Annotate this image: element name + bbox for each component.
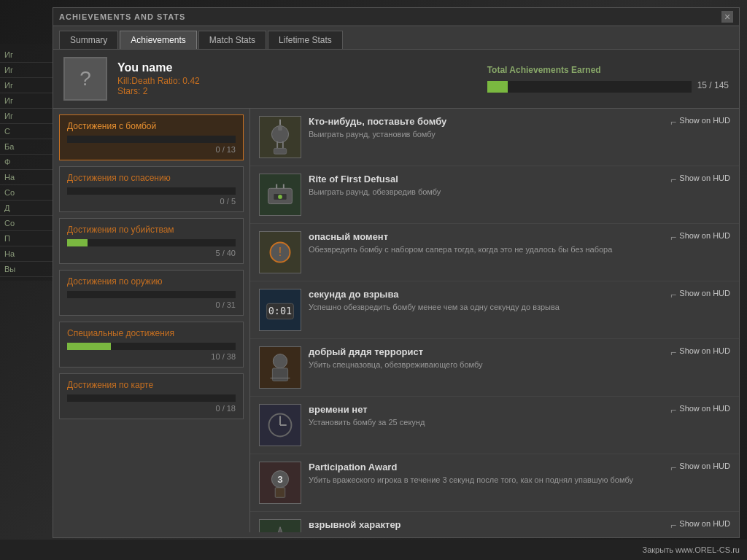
side-menu-item[interactable]: На: [0, 246, 53, 262]
show-on-hud-button[interactable]: ⌐ Show on HUD: [670, 346, 730, 358]
category-progress: 0 / 31: [67, 300, 236, 309]
achievement-info: Rite of First Defusal Выиграть раунд, об…: [309, 174, 663, 198]
side-menu: Иг Иг Иг Иг Иг С Ба Ф На Со Д Со П На Вы: [0, 44, 53, 281]
side-menu-item[interactable]: П: [0, 231, 53, 246]
side-menu-item[interactable]: Со: [0, 185, 53, 201]
category-progress: 10 / 38: [67, 352, 236, 361]
achievement-desc: Обезвредить бомбу с набором сапера тогда…: [309, 244, 663, 255]
achievement-info: времени нет Установить бомбу за 25 секун…: [309, 404, 663, 428]
achievement-thumb: C4: [259, 519, 301, 532]
achievements-progress-bar: [487, 81, 692, 93]
achievement-title: опасный момент: [309, 231, 663, 242]
category-weapons[interactable]: Достижения по оружию 0 / 31: [59, 270, 244, 316]
category-name: Специальные достижения: [67, 328, 236, 338]
category-bomb[interactable]: Достижения с бомбой 0 / 13: [59, 114, 244, 160]
category-bar: [67, 136, 236, 143]
category-progress: 5 / 40: [67, 249, 236, 257]
achievement-thumb: [259, 116, 301, 158]
show-on-hud-button[interactable]: ⌐ Show on HUD: [670, 289, 730, 300]
achievement-no-time: времени нет Установить бомбу за 25 секун…: [250, 397, 739, 454]
side-menu-item[interactable]: Иг: [0, 109, 53, 124]
category-bar: [67, 394, 236, 402]
achievement-thumb: [259, 346, 301, 389]
category-progress: 0 / 5: [67, 197, 236, 206]
achievement-title: добрый дядя террорист: [309, 346, 663, 357]
achievement-participation: 3 Participation Award Убить вражеского и…: [250, 454, 739, 512]
category-rescue[interactable]: Достижения по спасению 0 / 5: [59, 166, 244, 212]
side-menu-item[interactable]: С: [0, 124, 53, 139]
title-bar: ACHIEVEMENTS AND STATS ×: [53, 8, 739, 26]
profile-info: You name Kill:Death Ratio: 0.42 Stars: 2: [117, 61, 477, 96]
show-on-hud-button[interactable]: ⌐ Show on HUD: [670, 116, 730, 128]
tab-match-stats[interactable]: Match Stats: [198, 31, 266, 49]
category-special[interactable]: Специальные достижения 10 / 38: [59, 322, 244, 368]
category-name: Достижения по карте: [67, 380, 236, 390]
achievement-desc: Выиграть раунд, установив бомбу: [309, 129, 663, 140]
category-kills[interactable]: Достижения по убийствам 5 / 40: [59, 218, 244, 264]
category-name: Достижения по оружию: [67, 276, 236, 287]
achievements-label: Total Achievements Earned: [487, 65, 729, 75]
category-progress: 0 / 13: [67, 145, 236, 154]
achievements-count: 15 / 145: [697, 79, 729, 91]
main-window: ACHIEVEMENTS AND STATS × Summary Achieve…: [53, 7, 740, 538]
achievement-title: Participation Award: [309, 462, 663, 472]
achievement-dangerous-moment: ! опасный момент Обезвредить бомбу с наб…: [250, 224, 739, 281]
achievement-thumb: !: [259, 231, 301, 273]
achievement-desc: Убить спецназовца, обезвреживающего бомб…: [309, 359, 663, 370]
achievement-info: добрый дядя террорист Убить спецназовца,…: [309, 346, 663, 370]
achievement-title: времени нет: [309, 404, 663, 415]
achievement-info: секунда до взрыва Успешно обезвредить бо…: [309, 289, 663, 313]
achievement-last-second: 0:01 секунда до взрыва Успешно обезвреди…: [250, 281, 739, 339]
category-progress: 0 / 18: [67, 404, 236, 413]
tab-lifetime-stats[interactable]: Lifetime Stats: [268, 31, 343, 49]
achievement-thumb: [259, 404, 301, 446]
achievements-list[interactable]: Кто-нибудь, поставьте бомбу Выиграть рау…: [250, 109, 739, 532]
achievement-thumb: [259, 174, 301, 216]
svg-rect-2: [278, 125, 282, 131]
side-menu-item[interactable]: На: [0, 170, 53, 185]
tab-summary[interactable]: Summary: [59, 31, 118, 49]
achievement-info: опасный момент Обезвредить бомбу с набор…: [309, 231, 663, 255]
achievement-good-terrorist: добрый дядя террорист Убить спецназовца,…: [250, 339, 739, 397]
profile-stars: Stars: 2: [117, 86, 477, 96]
achievement-info: Кто-нибудь, поставьте бомбу Выиграть рау…: [309, 116, 663, 140]
side-menu-item[interactable]: Д: [0, 201, 53, 216]
achievement-first-defusal: Rite of First Defusal Выиграть раунд, об…: [250, 166, 739, 224]
svg-text:3: 3: [277, 474, 283, 485]
achievement-title: секунда до взрыва: [309, 289, 663, 300]
category-bar: [67, 187, 236, 195]
side-menu-item[interactable]: Иг: [0, 63, 53, 78]
show-on-hud-button[interactable]: ⌐ Show on HUD: [670, 462, 730, 473]
achievement-info: взрывной характер Убить 5 игроков взрыво…: [309, 519, 663, 532]
avatar-symbol: ?: [80, 67, 91, 90]
category-name: Достижения по спасению: [67, 173, 236, 183]
side-menu-item[interactable]: Иг: [0, 47, 53, 63]
tab-achievements[interactable]: Achievements: [120, 31, 196, 49]
show-on-hud-button[interactable]: ⌐ Show on HUD: [670, 174, 730, 185]
close-button[interactable]: ×: [721, 11, 733, 23]
svg-point-12: [278, 195, 282, 199]
content-area: Достижения с бомбой 0 / 13 Достижения по…: [53, 109, 739, 532]
show-on-hud-button[interactable]: ⌐ Show on HUD: [670, 231, 730, 243]
achievement-title: взрывной характер: [309, 519, 663, 530]
categories-panel: Достижения с бомбой 0 / 13 Достижения по…: [53, 109, 250, 532]
achievement-desc: Установить бомбу за 25 секунд: [309, 417, 663, 428]
achievement-thumb: 0:01: [259, 289, 301, 331]
show-on-hud-button[interactable]: ⌐ Show on HUD: [670, 404, 730, 416]
side-menu-item[interactable]: Иг: [0, 78, 53, 93]
side-menu-item[interactable]: Ба: [0, 139, 53, 155]
achievement-plant-bomb: Кто-нибудь, поставьте бомбу Выиграть рау…: [250, 109, 739, 166]
achievement-desc: Убить вражеского игрока в течение 3 секу…: [309, 475, 663, 486]
side-menu-item[interactable]: Вы: [0, 262, 53, 277]
achievement-thumb: 3: [259, 462, 301, 504]
category-map[interactable]: Достижения по карте 0 / 18: [59, 373, 244, 419]
side-menu-item[interactable]: Иг: [0, 93, 53, 109]
side-menu-item[interactable]: Ф: [0, 155, 53, 170]
category-bar: [67, 239, 236, 246]
achievement-info: Participation Award Убить вражеского игр…: [309, 462, 663, 486]
side-menu-item[interactable]: Со: [0, 216, 53, 231]
category-name: Достижения по убийствам: [67, 225, 236, 235]
svg-rect-21: [272, 368, 287, 381]
category-name: Достижения с бомбой: [67, 121, 236, 131]
show-on-hud-button[interactable]: ⌐ Show on HUD: [670, 519, 730, 531]
